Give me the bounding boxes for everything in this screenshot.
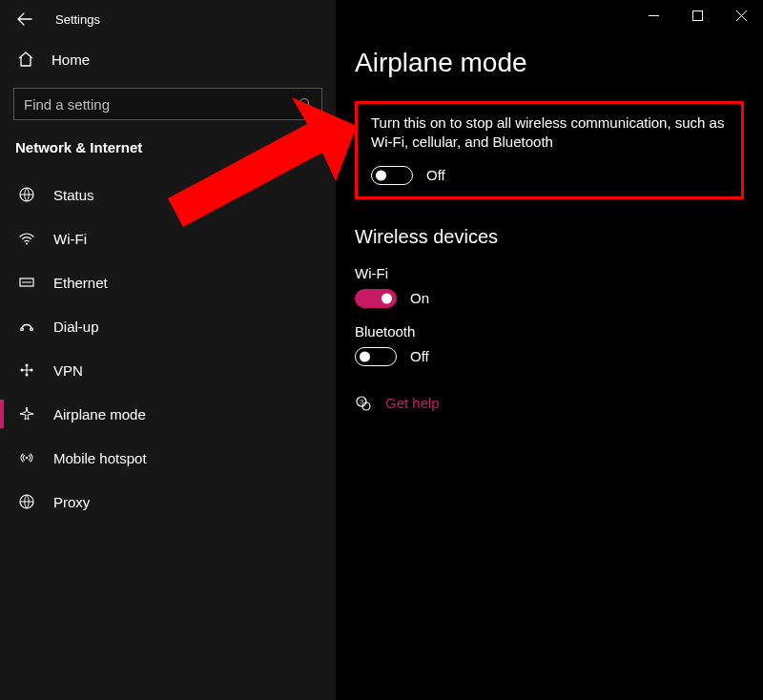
nav-item-proxy[interactable]: Proxy [0,480,336,524]
minimize-icon [649,10,659,21]
wifi-label: Wi-Fi [355,265,744,281]
content-pane: Airplane mode Turn this on to stop all w… [336,0,763,700]
nav-item-vpn[interactable]: VPN [0,348,336,392]
bluetooth-toggle-state: Off [410,348,429,364]
nav-label: Wi-Fi [53,231,87,247]
ethernet-icon [17,273,36,292]
hotspot-icon [17,448,36,467]
close-icon [736,10,747,21]
get-help-link[interactable]: ? Get help [355,395,744,412]
get-help-label: Get help [385,395,440,411]
nav-label: Proxy [53,494,90,510]
nav-label: VPN [53,362,83,379]
svg-point-0 [300,99,309,108]
page-title: Airplane mode [355,48,744,78]
wifi-setting: Wi-Fi On [355,265,744,308]
nav-item-dialup[interactable]: Dial-up [0,304,336,348]
nav-item-ethernet[interactable]: Ethernet [0,260,336,304]
search-input[interactable] [14,96,289,113]
maximize-icon [692,10,703,21]
maximize-button[interactable] [675,0,719,31]
proxy-icon [17,492,36,511]
bluetooth-label: Bluetooth [355,323,744,340]
back-button[interactable] [11,6,38,32]
nav-label: Airplane mode [53,406,146,422]
airplane-mode-toggle-state: Off [426,167,445,183]
nav-item-mobile-hotspot[interactable]: Mobile hotspot [0,436,336,480]
window-controls [631,0,763,31]
wifi-icon [17,229,36,248]
svg-point-10 [26,457,29,460]
svg-point-2 [26,243,28,245]
home-nav[interactable]: Home [0,38,336,80]
airplane-icon [17,404,36,423]
airplane-mode-toggle[interactable] [371,166,413,185]
bluetooth-setting: Bluetooth Off [355,323,744,366]
titlebar: Settings [0,0,336,38]
dialup-icon [17,317,36,336]
airplane-mode-highlight: Turn this on to stop all wireless commun… [355,101,744,199]
svg-text:?: ? [360,398,363,404]
search-box[interactable] [13,88,322,120]
airplane-mode-toggle-row: Off [371,166,728,185]
nav-label: Dial-up [53,319,99,335]
nav-label: Mobile hotspot [53,450,147,466]
nav-label: Ethernet [53,275,108,291]
wifi-toggle[interactable] [355,289,397,308]
help-icon: ? [355,395,372,412]
sidebar: Settings Home Network & Internet Sta [0,0,336,700]
svg-rect-15 [692,10,702,20]
status-icon [17,185,36,204]
home-label: Home [52,51,90,68]
wifi-toggle-state: On [410,290,429,306]
nav-label: Status [53,187,94,203]
nav-item-wifi[interactable]: Wi-Fi [0,216,336,260]
window-title: Settings [55,12,100,27]
bluetooth-toggle[interactable] [355,347,397,366]
nav-item-airplane-mode[interactable]: Airplane mode [0,392,336,436]
close-button[interactable] [719,0,763,31]
home-icon [17,51,34,68]
search-container [0,80,336,130]
back-arrow-icon [17,11,32,27]
minimize-button[interactable] [631,0,675,31]
nav-list: Status Wi-Fi Ethernet Dial-up [0,173,336,524]
search-icon [289,96,321,112]
category-title: Network & Internet [0,130,336,173]
vpn-icon [17,360,36,380]
nav-item-status[interactable]: Status [0,173,336,216]
airplane-mode-description: Turn this on to stop all wireless commun… [371,113,728,153]
wireless-devices-title: Wireless devices [355,226,744,248]
